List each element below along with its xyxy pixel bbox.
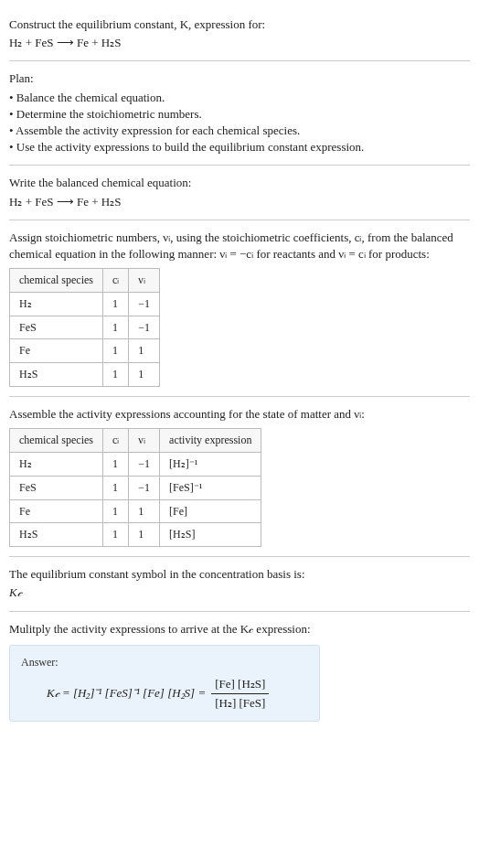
stoich-table: chemical species cᵢ νᵢ H₂ 1 −1 FeS 1 −1 … [9,268,160,387]
table-row: H₂ 1 −1 [10,292,160,316]
plan-item: • Determine the stoichiometric numbers. [9,106,470,123]
cell-vi: −1 [129,453,160,477]
plan-list: • Balance the chemical equation. • Deter… [9,90,470,156]
multiply-section: Mulitply the activity expressions to arr… [9,612,470,731]
cell-vi: 1 [129,499,160,523]
table-row: H₂ 1 −1 [H₂]⁻¹ [10,453,261,477]
answer-box: Answer: K𝒸 = [H₂]⁻¹ [FeS]⁻¹ [Fe] [H₂S] =… [9,645,320,722]
cell-vi: −1 [129,316,160,339]
table-row: Fe 1 1 [Fe] [10,499,261,523]
kc-title: The equilibrium constant symbol in the c… [9,566,470,583]
cell-vi: 1 [129,339,160,363]
cell-vi: −1 [129,476,160,499]
table-header-row: chemical species cᵢ νᵢ [10,269,160,293]
cell-species: H₂ [10,292,103,316]
multiply-title: Mulitply the activity expressions to arr… [9,621,470,638]
cell-species: FeS [10,316,103,339]
cell-vi: 1 [129,523,160,547]
plan-item: • Balance the chemical equation. [9,90,470,106]
plan-section: Plan: • Balance the chemical equation. •… [9,61,470,166]
prompt-section: Construct the equilibrium constant, K, e… [9,7,470,61]
cell-ci: 1 [102,499,128,523]
col-species: chemical species [10,269,103,293]
table-row: Fe 1 1 [10,339,160,363]
col-species: chemical species [10,429,103,453]
table-row: FeS 1 −1 [10,316,160,339]
balanced-section: Write the balanced chemical equation: H₂… [9,166,470,220]
stoich-section: Assign stoichiometric numbers, νᵢ, using… [9,220,470,397]
cell-ci: 1 [102,523,128,547]
answer-expression: K𝒸 = [H₂]⁻¹ [FeS]⁻¹ [Fe] [H₂S] = [Fe] [H… [21,676,308,712]
balanced-title: Write the balanced chemical equation: [9,175,470,191]
cell-species: H₂ [10,453,103,477]
cell-ci: 1 [102,292,128,316]
col-ci: cᵢ [102,269,128,293]
cell-species: H₂S [10,523,103,547]
cell-ci: 1 [102,476,128,499]
cell-expr: [Fe] [160,499,261,523]
kc-symbol: K𝒸 [9,584,470,601]
cell-expr: [FeS]⁻¹ [160,476,261,499]
fraction-numerator: [Fe] [H₂S] [211,676,269,694]
cell-ci: 1 [102,316,128,339]
cell-vi: −1 [129,292,160,316]
answer-fraction: [Fe] [H₂S] [H₂] [FeS] [211,676,269,712]
cell-ci: 1 [102,363,128,387]
answer-label: Answer: [21,655,308,670]
table-row: H₂S 1 1 [10,363,160,387]
plan-item: • Use the activity expressions to build … [9,139,470,155]
cell-expr: [H₂S] [160,523,261,547]
activity-section: Assemble the activity expressions accoun… [9,397,470,557]
fraction-denominator: [H₂] [FeS] [211,694,269,712]
col-ci: cᵢ [102,429,128,453]
col-expr: activity expression [160,429,261,453]
table-row: H₂S 1 1 [H₂S] [10,523,261,547]
cell-ci: 1 [102,339,128,363]
cell-ci: 1 [102,453,128,477]
table-row: FeS 1 −1 [FeS]⁻¹ [10,476,261,499]
plan-title: Plan: [9,70,470,87]
activity-table: chemical species cᵢ νᵢ activity expressi… [9,428,261,547]
prompt-title: Construct the equilibrium constant, K, e… [9,16,470,33]
col-vi: νᵢ [129,429,160,453]
prompt-equation: H₂ + FeS ⟶ Fe + H₂S [9,35,470,51]
col-vi: νᵢ [129,269,160,293]
table-header-row: chemical species cᵢ νᵢ activity expressi… [10,429,261,453]
stoich-title: Assign stoichiometric numbers, νᵢ, using… [9,230,470,263]
cell-species: H₂S [10,363,103,387]
activity-title: Assemble the activity expressions accoun… [9,406,470,423]
cell-species: FeS [10,476,103,499]
answer-lhs: K𝒸 = [H₂]⁻¹ [FeS]⁻¹ [Fe] [H₂S] = [47,685,206,702]
plan-item: • Assemble the activity expression for e… [9,123,470,139]
balanced-equation: H₂ + FeS ⟶ Fe + H₂S [9,194,470,210]
cell-species: Fe [10,499,103,523]
cell-expr: [H₂]⁻¹ [160,453,261,477]
cell-vi: 1 [129,363,160,387]
kc-section: The equilibrium constant symbol in the c… [9,557,470,611]
cell-species: Fe [10,339,103,363]
